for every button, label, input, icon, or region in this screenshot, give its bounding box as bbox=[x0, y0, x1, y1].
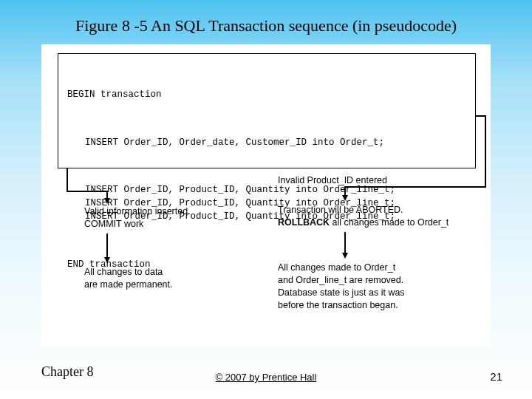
label-abort: Transaction will be ABORTED. ROLLBACK al… bbox=[278, 204, 449, 229]
label-abort-rest: all changes made to Order_t bbox=[330, 217, 449, 228]
label-invalid: Invalid Product_ID entered bbox=[278, 174, 387, 187]
label-invalid-line1: Invalid Product_ID entered bbox=[278, 174, 387, 187]
label-removed-line1: All changes made to Order_t bbox=[278, 262, 405, 274]
footer-copyright: © 2007 by Prentice Hall bbox=[0, 372, 532, 383]
label-rollback-word: ROLLBACK bbox=[278, 217, 330, 228]
arrow-down-icon bbox=[104, 257, 110, 263]
label-removed: All changes made to Order_t and Order_li… bbox=[278, 262, 405, 312]
flow-line bbox=[106, 233, 108, 259]
arrow-down-icon bbox=[342, 253, 348, 259]
arrow-down-icon bbox=[342, 195, 348, 201]
diagram-panel: BEGIN transaction INSERT Order_ID, Order… bbox=[41, 44, 491, 346]
figure-title: Figure 8 -5 An SQL Transaction sequence … bbox=[0, 16, 532, 35]
code-begin: BEGIN transaction bbox=[67, 88, 466, 101]
flow-line bbox=[344, 232, 346, 254]
label-permanent-line2: are made permanent. bbox=[84, 279, 173, 291]
label-permanent-line1: All changes to data bbox=[84, 266, 173, 279]
flow-line bbox=[66, 168, 68, 191]
label-abort-line1: Transaction will be ABORTED. bbox=[278, 204, 449, 216]
label-removed-line2: and Order_line_t are removed. bbox=[278, 274, 405, 287]
arrow-down-icon bbox=[104, 198, 110, 204]
label-removed-line4: before the transaction began. bbox=[278, 299, 405, 312]
flow-line bbox=[66, 191, 108, 192]
label-valid-line1: Valid information inserted. bbox=[84, 205, 191, 218]
label-permanent: All changes to data are made permanent. bbox=[84, 266, 173, 291]
label-valid: Valid information inserted. COMMIT work bbox=[84, 205, 191, 231]
label-valid-line2: COMMIT work bbox=[84, 218, 191, 231]
label-removed-line3: Database state is just as it was bbox=[278, 287, 405, 299]
footer-page-number: 21 bbox=[490, 370, 502, 383]
pseudocode-box: BEGIN transaction INSERT Order_ID, Order… bbox=[58, 53, 476, 168]
label-abort-line2: ROLLBACK all changes made to Order_t bbox=[278, 216, 449, 229]
code-insert-order: INSERT Order_ID, Order_date, Customer_ID… bbox=[67, 136, 466, 149]
flow-line bbox=[485, 115, 486, 188]
